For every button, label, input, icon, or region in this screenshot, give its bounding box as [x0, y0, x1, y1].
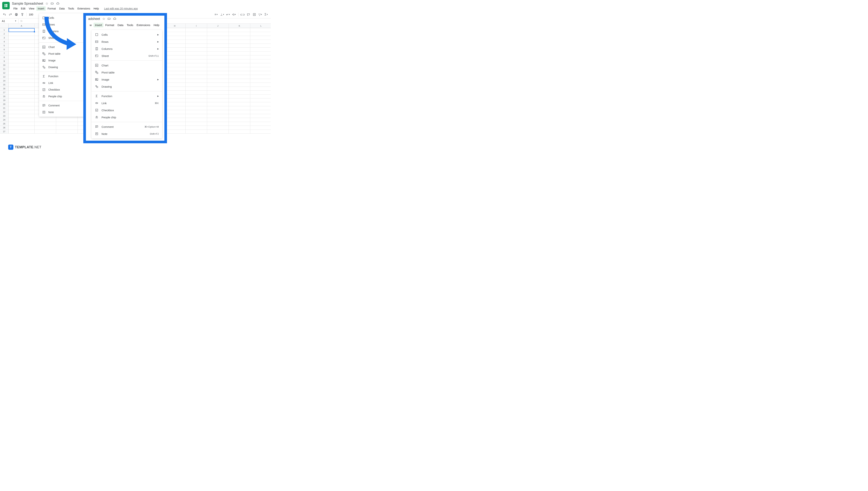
cell[interactable] [207, 67, 229, 71]
menu-item-note[interactable]: NoteShift+F2 [92, 130, 162, 137]
menu-item-sheet[interactable]: Sheet [39, 35, 84, 41]
cell[interactable] [164, 28, 186, 32]
cell[interactable] [164, 59, 186, 63]
menu-item-chart[interactable]: Chart [92, 62, 162, 69]
cell[interactable] [8, 130, 35, 134]
cell[interactable] [250, 52, 271, 55]
menu-item-columns[interactable]: Columns▶ [92, 45, 162, 52]
menu-item-drawing[interactable]: Drawing [39, 64, 84, 70]
cell[interactable] [164, 122, 186, 126]
cell[interactable] [8, 32, 35, 36]
cell[interactable] [186, 110, 207, 114]
star-icon[interactable]: ☆ [102, 17, 105, 21]
menu-help[interactable]: Help [152, 23, 161, 27]
cell[interactable] [8, 36, 35, 40]
valign-icon[interactable]: ⊥ ▼ [220, 12, 225, 17]
cell[interactable] [164, 118, 186, 122]
cell[interactable] [8, 28, 35, 32]
menu-item-rows[interactable]: Rows [39, 21, 84, 28]
cell[interactable] [229, 130, 250, 134]
menu-item-checkbox[interactable]: Checkbox [39, 86, 84, 93]
menu-item-cells[interactable]: Cells [39, 15, 84, 21]
cell[interactable] [229, 118, 250, 122]
cell[interactable] [250, 102, 271, 106]
cell[interactable] [164, 44, 186, 48]
cell[interactable] [207, 55, 229, 59]
cell[interactable] [164, 102, 186, 106]
cell[interactable] [8, 106, 35, 110]
cell[interactable] [250, 55, 271, 59]
cell[interactable] [186, 130, 207, 134]
cell[interactable] [250, 83, 271, 87]
cell[interactable] [250, 91, 271, 94]
functions-icon[interactable]: Σ ▼ [264, 12, 269, 17]
cell[interactable] [35, 118, 56, 122]
cell[interactable] [186, 75, 207, 79]
cell[interactable] [186, 44, 207, 48]
rotate-icon[interactable]: ⟲ ▼ [231, 12, 237, 17]
cell[interactable] [164, 126, 186, 130]
cell[interactable] [186, 87, 207, 91]
menu-view[interactable]: View [27, 6, 36, 11]
cell[interactable] [164, 110, 186, 114]
menu-item-note[interactable]: Note [39, 109, 84, 116]
cell[interactable] [56, 130, 78, 134]
cell[interactable] [207, 83, 229, 87]
row-header[interactable]: 14 [0, 79, 8, 83]
cell[interactable] [186, 79, 207, 83]
col-header[interactable]: J [207, 24, 229, 28]
row-header[interactable]: 21 [0, 106, 8, 110]
row-header[interactable]: 26 [0, 126, 8, 130]
cell[interactable] [186, 106, 207, 110]
cell[interactable] [207, 44, 229, 48]
menu-help[interactable]: Help [92, 6, 100, 11]
cell[interactable] [186, 91, 207, 94]
col-header[interactable]: L [250, 24, 271, 28]
cell[interactable] [8, 102, 35, 106]
cell[interactable] [207, 122, 229, 126]
row-header[interactable]: 25 [0, 122, 8, 126]
row-header[interactable]: 1 [0, 28, 8, 32]
cell[interactable] [229, 122, 250, 126]
cell[interactable] [207, 40, 229, 44]
cell[interactable] [229, 106, 250, 110]
menu-item-checkbox[interactable]: Checkbox [92, 107, 162, 114]
cell[interactable] [207, 106, 229, 110]
row-header[interactable]: 9 [0, 59, 8, 63]
cell[interactable] [229, 102, 250, 106]
cell[interactable] [229, 87, 250, 91]
cell[interactable] [186, 36, 207, 40]
cell[interactable] [8, 67, 35, 71]
cell[interactable] [250, 126, 271, 130]
menu-extensions[interactable]: Extensions [76, 6, 92, 11]
cell[interactable] [250, 44, 271, 48]
cell[interactable] [207, 36, 229, 40]
cell[interactable] [164, 71, 186, 75]
cell[interactable] [8, 94, 35, 98]
cell[interactable] [164, 94, 186, 98]
menu-item-sheet[interactable]: SheetShift+F11 [92, 52, 162, 59]
cell[interactable] [8, 79, 35, 83]
cell[interactable] [250, 63, 271, 67]
menu-item-function[interactable]: Function▶ [92, 92, 162, 99]
menu-item-chart[interactable]: Chart [39, 44, 84, 51]
cell[interactable] [186, 52, 207, 55]
row-header[interactable]: 16 [0, 87, 8, 91]
cell[interactable] [8, 40, 35, 44]
align-icon[interactable]: ≡ ▼ [214, 12, 219, 17]
row-header[interactable]: 17 [0, 91, 8, 94]
move-icon[interactable] [51, 2, 54, 5]
row-header[interactable]: 7 [0, 52, 8, 55]
cell[interactable] [250, 130, 271, 134]
cell[interactable] [8, 63, 35, 67]
cell[interactable] [8, 52, 35, 55]
cell[interactable] [186, 126, 207, 130]
cell[interactable] [207, 114, 229, 118]
cell[interactable] [207, 48, 229, 52]
cell[interactable] [207, 71, 229, 75]
cell[interactable] [229, 44, 250, 48]
menu-file[interactable]: File [12, 6, 19, 11]
cell[interactable] [56, 122, 78, 126]
doc-title[interactable]: Sample Spreadsheet [12, 2, 43, 6]
row-header[interactable]: 11 [0, 67, 8, 71]
